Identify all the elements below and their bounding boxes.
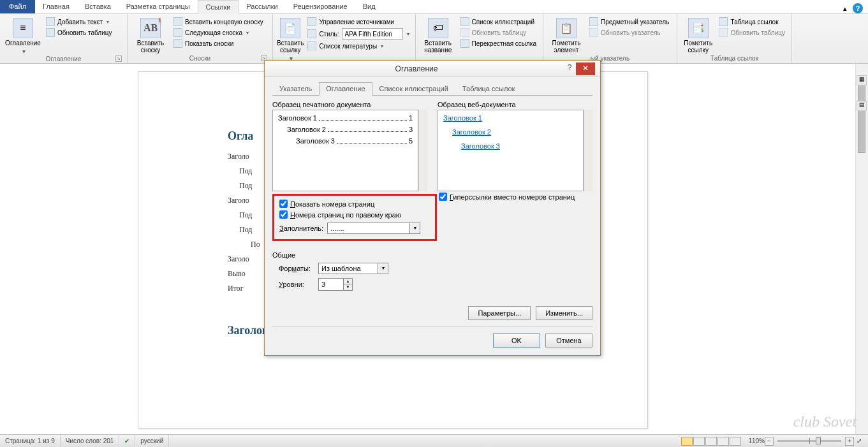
update-figures-button[interactable]: Обновить таблицу [458,27,539,38]
next-footnote-icon [173,28,182,37]
bibliography-button[interactable]: Список литературы▾ [305,41,411,51]
dialog-help-icon[interactable]: ? [563,63,576,75]
style-icon [307,29,316,38]
mark-citation-button[interactable]: 📑 Пометить ссылку [681,15,715,54]
insert-caption-button[interactable]: 🏷 Вставить название [420,15,457,54]
show-footnotes-button[interactable]: Показать сноски [171,38,266,48]
insert-citation-button[interactable]: 📄 Вставить ссылку▾ [277,15,304,62]
modify-button[interactable]: Изменить... [536,306,592,320]
levels-label: Уровни: [279,281,314,288]
formats-combo[interactable] [318,263,378,274]
tab-page-layout[interactable]: Разметка страницы [119,0,198,13]
group-label-footnotes: Сноски [189,55,210,62]
insert-footnote-button[interactable]: AB1 Вставить сноску [131,15,170,54]
table-of-figures-button[interactable]: Список иллюстраций [458,17,539,27]
view-outline-button[interactable] [717,437,729,446]
dialog-titlebar[interactable]: Оглавление ? ✕ [265,61,600,77]
vertical-scrollbar[interactable] [855,64,868,434]
toc-dialog: Оглавление ? ✕ Указатель Оглавление Спис… [264,60,601,356]
zoom-out-button[interactable]: − [765,437,774,446]
mark-entry-icon: 📋 [556,18,577,38]
view-full-screen-button[interactable] [693,437,705,446]
mark-citation-icon: 📑 [688,18,709,38]
caption-icon: 🏷 [428,18,448,38]
update-index-button[interactable]: Обновить указатель [587,27,672,38]
tab-review[interactable]: Рецензирование [286,0,355,13]
minimize-ribbon-icon[interactable]: ▴ [840,3,850,13]
tab-references[interactable]: Ссылки [198,0,239,14]
proofing-icon: ✔ [124,437,129,444]
update-toc-button[interactable]: Обновить таблицу [43,27,115,38]
footnote-icon: AB1 [140,18,161,38]
ok-button[interactable]: OK [493,333,540,348]
dialog-tab-authorities[interactable]: Таблица ссылок [455,82,522,95]
levels-down-icon[interactable]: ▼ [344,284,353,291]
mark-index-entry-button[interactable]: 📋 Пометить элемент [547,15,585,54]
insert-toa-button[interactable]: Таблица ссылок [716,17,788,27]
show-page-numbers-label: ППоказать номера страницоказать номера с… [290,200,374,208]
cross-ref-icon [460,39,469,48]
right-align-label: Номера страниц по правому краю [290,211,401,219]
insert-index-button[interactable]: Предметный указатель [587,17,672,27]
fit-page-icon[interactable]: ⤢ [854,437,864,444]
options-button[interactable]: Параметры... [468,306,531,320]
status-page[interactable]: Страница: 1 из 9 [0,435,61,447]
ribbon: ≡ Оглавление▾ Добавить текст▾ Обновить т… [0,14,868,64]
highlighted-region: ППоказать номера страницоказать номера с… [272,194,437,241]
update-toa-button[interactable]: Обновить таблицу [716,27,788,38]
tab-home[interactable]: Главная [35,0,77,13]
leader-label: Заполнитель: [279,224,323,232]
next-footnote-button[interactable]: Следующая сноска▾ [171,27,266,38]
tab-view[interactable]: Вид [355,0,383,13]
add-text-button[interactable]: Добавить текст▾ [43,17,115,27]
print-preview-box: Заголовок 11 Заголовок 23 Заголовок 35 [272,110,418,191]
citation-style-input[interactable] [342,28,403,40]
zoom-slider-thumb[interactable] [816,437,821,444]
status-language[interactable]: русский [135,435,169,447]
leader-dropdown-icon[interactable]: ▾ [410,223,420,234]
cancel-button[interactable]: Отмена [545,333,592,348]
toc-icon: ≡ [13,18,33,38]
zoom-in-button[interactable]: + [845,437,854,446]
ruler-toggle-icon[interactable]: ▦ [857,75,867,85]
tab-file[interactable]: Файл [0,0,35,13]
tab-mailings[interactable]: Рассылки [239,0,285,13]
update-index-icon [589,28,598,37]
help-icon[interactable]: ? [853,3,863,13]
web-preview-box: Заголовок 1 Заголовок 2 Заголовок 3 [438,110,584,191]
levels-up-icon[interactable]: ▲ [344,278,353,284]
toc-launcher-icon[interactable]: ↘ [115,55,122,62]
show-page-numbers-checkbox[interactable] [279,200,288,208]
menu-tabs: Файл Главная Вставка Разметка страницы С… [0,0,868,14]
dialog-tab-index[interactable]: Указатель [272,82,319,95]
manage-sources-button[interactable]: Управление источниками [305,17,411,27]
view-draft-button[interactable] [730,437,741,446]
leader-combo[interactable] [327,223,410,234]
dialog-tab-toc[interactable]: Оглавление [319,82,372,96]
navigation-pane-icon[interactable]: ▤ [857,101,867,111]
print-preview-scrollbar[interactable] [418,110,427,191]
dialog-tab-figures[interactable]: Список иллюстраций [372,82,455,95]
insert-endnote-button[interactable]: Вставить концевую сноску [171,17,266,27]
view-web-layout-button[interactable] [705,437,717,446]
toc-button[interactable]: ≡ Оглавление▾ [4,15,42,55]
web-preview-link: Заголовок 3 [461,142,578,150]
hyperlinks-checkbox[interactable] [439,193,447,201]
status-proofing[interactable]: ✔ [119,435,135,447]
status-word-count[interactable]: Число слов: 201 [61,435,120,447]
web-preview-scrollbar[interactable] [584,110,592,191]
zoom-percent[interactable]: 110% [748,437,765,444]
tab-insert[interactable]: Вставка [77,0,119,13]
dialog-close-button[interactable]: ✕ [576,62,595,75]
cross-reference-button[interactable]: Перекрестная ссылка [458,38,539,48]
toa-icon [719,17,728,26]
scrollbar-thumb[interactable] [858,77,865,153]
dialog-tabs: Указатель Оглавление Список иллюстраций … [272,82,592,96]
zoom-slider[interactable] [777,440,841,442]
citation-icon: 📄 [280,18,300,38]
view-print-layout-button[interactable] [681,437,693,446]
formats-dropdown-icon[interactable]: ▾ [378,263,388,274]
right-align-checkbox[interactable] [279,210,288,219]
levels-spinner[interactable] [318,278,344,291]
citation-style-combo[interactable]: Стиль: ▾ [305,27,411,40]
